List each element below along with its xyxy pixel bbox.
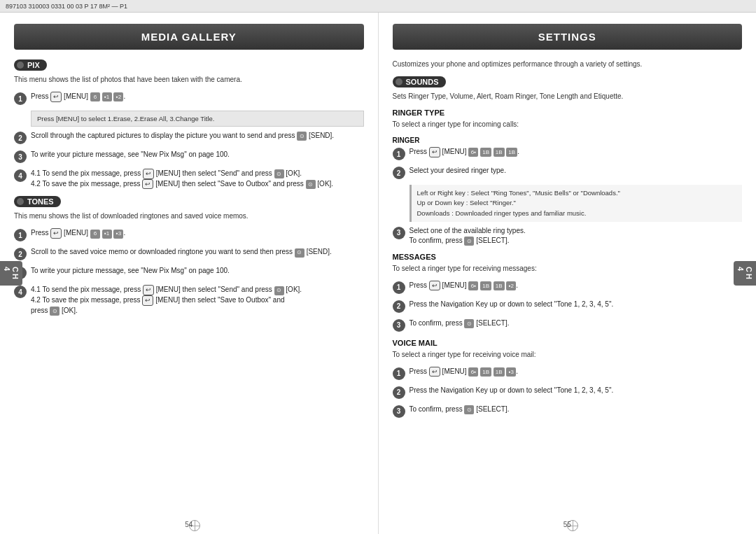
messages-title: MESSAGES (393, 253, 743, 261)
left-page: CH4 MEDIA GALLERY PIX This menu shows th… (0, 13, 379, 534)
right-page-num: 55 (564, 521, 571, 528)
pix-step-2: 2 Scroll through the captured pictures t… (14, 131, 364, 144)
top-bar: 897103 310003 0331 00 03 P 17 8M² — P1 (0, 0, 756, 13)
ringer-type-section: RINGER TYPE To select a ringer type for … (393, 108, 743, 246)
ringer-step-2: 2 Select your desired ringer type. (393, 166, 743, 179)
tones-section: TONES This menu shows the list of downlo… (14, 196, 364, 315)
ringer-type-desc: To select a ringer type for incoming cal… (393, 120, 743, 129)
right-page: SETTINGS Customizes your phone and optim… (379, 13, 757, 534)
messages-section: MESSAGES To select a ringer type for rec… (393, 253, 743, 332)
top-bar-text: 897103 310003 0331 00 03 P 17 8M² — P1 (6, 3, 127, 10)
ringer-info-box: Left or Right key : Select "Ring Tones",… (410, 185, 743, 222)
messages-step-1: 1 Press ↩ [MENU] 6▪ 1B 1B ▪2. (393, 281, 743, 294)
ringer-subtitle: RINGER (393, 136, 743, 144)
messages-step-2: 2 Press the Navigation Key up or down to… (393, 300, 743, 313)
voicemail-step-2: 2 Press the Navigation Key up or down to… (393, 386, 743, 399)
pix-step-3: 3 To write your picture message, see "Ne… (14, 150, 364, 163)
voicemail-title: VOICE MAIL (393, 339, 743, 347)
voicemail-step-3: 3 To confirm, press ⊙ [SELECT]. (393, 405, 743, 418)
sounds-desc: Sets Ringer Type, Volume, Alert, Roam Ri… (393, 92, 743, 101)
left-page-num: 54 (185, 521, 192, 528)
menu-key: ↩ (50, 92, 62, 102)
voicemail-section: VOICE MAIL To select a ringer type for r… (393, 339, 743, 418)
settings-intro: Customizes your phone and optimizes perf… (393, 59, 743, 69)
messages-step-3: 3 To confirm, press ⊙ [SELECT]. (393, 318, 743, 332)
pix-step-4: 4 4.1 To send the pix message, press ↩ [… (14, 169, 364, 189)
pix-note: Press [MENU] to select 1.Erase, 2.Erase … (31, 111, 364, 127)
tones-desc: This menu shows the list of downloaded r… (14, 211, 364, 221)
ringer-step-3: 3 Select one of the available ring types… (393, 226, 743, 246)
ringer-step-1: 1 Press ↩ [MENU] 6▪ 1B 1B 1B. (393, 147, 743, 160)
left-page-header: MEDIA GALLERY (14, 24, 364, 50)
pix-section: PIX This menu shows the list of photos t… (14, 59, 364, 189)
tones-step-4: 4 4.1 To send the pix message, press ↩ [… (14, 285, 364, 315)
tones-badge: TONES (14, 196, 61, 207)
pix-desc: This menu shows the list of photos that … (14, 75, 364, 85)
ringer-type-title: RINGER TYPE (393, 108, 743, 117)
sounds-badge: SOUNDS (393, 76, 446, 87)
pix-badge: PIX (14, 59, 47, 71)
voicemail-step-1: 1 Press ↩ [MENU] 6▪ 1B 1B ▪3. (393, 367, 743, 380)
tones-step-1: 1 Press ↩ [MENU] 6 ▪1 ▪3. (14, 228, 364, 241)
tones-step-2: 2 Scroll to the saved voice memo or down… (14, 247, 364, 260)
pix-step-1: 1 Press ↩ [MENU] 6 ▪1 ▪2. (14, 92, 364, 105)
right-page-header: SETTINGS (393, 24, 743, 50)
right-ch-tab: CH4 (734, 261, 756, 286)
voicemail-desc: To select a ringer type for receiving vo… (393, 350, 743, 360)
sounds-section: SOUNDS Sets Ringer Type, Volume, Alert, … (393, 76, 743, 418)
left-ch-tab: CH4 (0, 261, 22, 286)
messages-desc: To select a ringer type for receiving me… (393, 264, 743, 274)
tones-step-3: 3 To write your picture message, see "Ne… (14, 266, 364, 279)
